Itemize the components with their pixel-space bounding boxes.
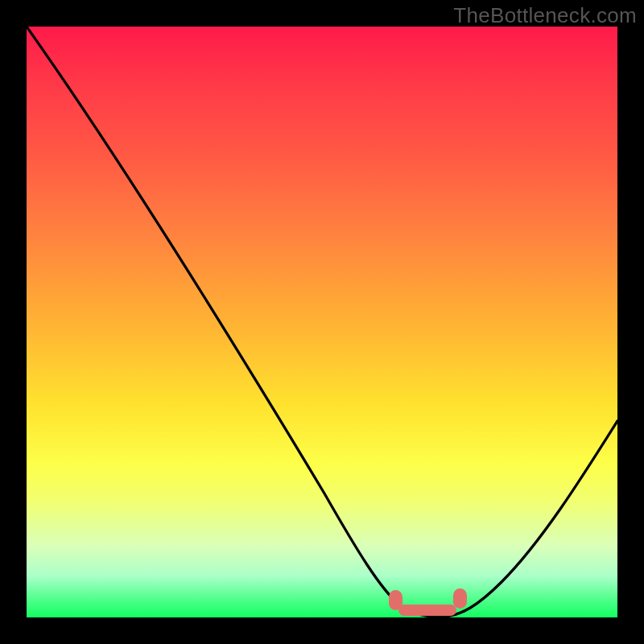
curve-path	[27, 27, 617, 617]
flat-region-bar	[398, 605, 456, 616]
plot-area	[27, 27, 617, 617]
bottleneck-curve	[27, 27, 617, 617]
watermark-text: TheBottleneck.com	[453, 3, 637, 28]
chart-frame: TheBottleneck.com	[0, 0, 644, 644]
flat-region-end-marker	[453, 588, 467, 609]
